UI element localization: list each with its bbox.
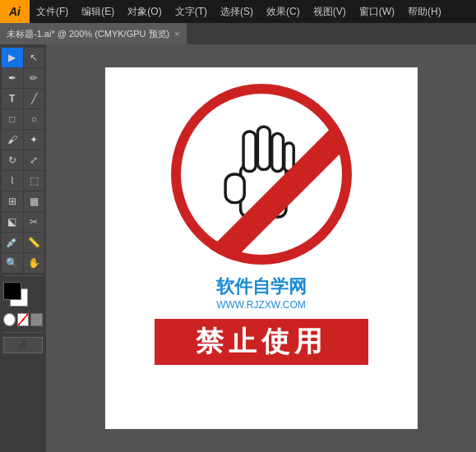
- title-bar: Ai 文件(F) 编辑(E) 对象(O) 文字(T) 选择(S) 效果(C) 视…: [0, 0, 476, 23]
- line-tool[interactable]: ╱: [24, 89, 45, 108]
- tool-row-1: ▶ ↖: [2, 48, 44, 67]
- menu-window[interactable]: 窗口(W): [353, 2, 401, 22]
- type-tool[interactable]: T: [2, 89, 23, 108]
- brush-tool[interactable]: 🖌: [2, 130, 23, 150]
- measure-tool[interactable]: 📏: [24, 233, 45, 252]
- warp-tool[interactable]: ⌇: [2, 171, 23, 191]
- tool-row-2: ✒ ✏: [2, 68, 44, 88]
- menu-object[interactable]: 对象(O): [121, 2, 168, 22]
- tool-row-5: 🖌 ✦: [2, 130, 44, 150]
- pen-tool[interactable]: ✒: [2, 68, 23, 88]
- none-color[interactable]: [3, 313, 16, 326]
- direct-select-tool[interactable]: ↖: [24, 48, 45, 67]
- tool-row-10: 💉 📏: [2, 233, 44, 252]
- toolbar-separator-2: [3, 332, 43, 333]
- rotate-tool[interactable]: ↻: [2, 150, 23, 170]
- fill-swatch[interactable]: [3, 282, 21, 300]
- ellipse-tool[interactable]: ○: [24, 109, 45, 129]
- tool-row-4: □ ○: [2, 109, 44, 129]
- prohibition-sign: [171, 84, 352, 265]
- tool-row-7: ⌇ ⬚: [2, 171, 44, 191]
- menu-edit[interactable]: 编辑(E): [75, 2, 121, 22]
- hand-tool[interactable]: ✋: [24, 253, 45, 273]
- svg-rect-7: [186, 110, 352, 265]
- menu-type[interactable]: 文字(T): [169, 2, 214, 22]
- watermark-area: 软件自学网 WWW.RJZXW.COM: [216, 274, 307, 311]
- banner: 禁止使用: [155, 319, 368, 365]
- diagonal-bar-svg: [171, 84, 352, 265]
- scale-tool[interactable]: ⤢: [24, 150, 45, 170]
- artboard-tool[interactable]: ⬕: [2, 212, 23, 232]
- tab-bar: 未标题-1.ai* @ 200% (CMYK/GPU 预览) ×: [0, 23, 476, 44]
- document-tab[interactable]: 未标题-1.ai* @ 200% (CMYK/GPU 预览) ×: [0, 23, 187, 44]
- canvas-document: 软件自学网 WWW.RJZXW.COM 禁止使用: [105, 67, 418, 429]
- free-transform-tool[interactable]: ⬚: [24, 171, 45, 191]
- ai-logo: Ai: [0, 0, 30, 23]
- zoom-tool[interactable]: 🔍: [2, 253, 23, 273]
- color-mode[interactable]: [30, 313, 43, 326]
- watermark-main-text: 软件自学网: [216, 274, 307, 299]
- main-area: ▶ ↖ ✒ ✏ T ╱ □ ○ 🖌 ✦ ↻ ⤢ ⌇ ⬚ ⊞ ▦: [0, 44, 476, 452]
- no-color[interactable]: [17, 313, 30, 326]
- screen-mode[interactable]: ⬛: [3, 337, 43, 353]
- tab-close-button[interactable]: ×: [174, 29, 179, 39]
- svg-point-6: [171, 84, 352, 265]
- tool-row-8: ⊞ ▦: [2, 191, 44, 211]
- graph-tool[interactable]: ▦: [24, 191, 45, 211]
- menu-effect[interactable]: 效果(C): [260, 2, 307, 22]
- tab-label: 未标题-1.ai* @ 200% (CMYK/GPU 预览): [7, 28, 169, 40]
- blob-tool[interactable]: ✦: [24, 130, 45, 150]
- menu-select[interactable]: 选择(S): [214, 2, 260, 22]
- view-tools: ⬛: [2, 335, 44, 355]
- slice-tool[interactable]: ✂: [24, 212, 45, 232]
- color-mode-row: [3, 313, 43, 326]
- tool-row-9: ⬕ ✂: [2, 212, 44, 232]
- canvas-area: 软件自学网 WWW.RJZXW.COM 禁止使用: [46, 44, 476, 452]
- pencil-tool[interactable]: ✏: [24, 68, 45, 88]
- left-toolbar: ▶ ↖ ✒ ✏ T ╱ □ ○ 🖌 ✦ ↻ ⤢ ⌇ ⬚ ⊞ ▦: [0, 44, 46, 452]
- tool-row-3: T ╱: [2, 89, 44, 108]
- color-swatch-area: [2, 279, 44, 330]
- menu-view[interactable]: 视图(V): [307, 2, 353, 22]
- symbol-tool[interactable]: ⊞: [2, 191, 23, 211]
- toolbar-separator: [3, 275, 43, 276]
- tool-row-6: ↻ ⤢: [2, 150, 44, 170]
- menu-help[interactable]: 帮助(H): [401, 2, 448, 22]
- fill-stroke-area: [3, 282, 43, 311]
- tool-row-11: 🔍 ✋: [2, 253, 44, 273]
- watermark-url-text: WWW.RJZXW.COM: [216, 299, 307, 311]
- menu-bar: 文件(F) 编辑(E) 对象(O) 文字(T) 选择(S) 效果(C) 视图(V…: [30, 0, 448, 23]
- menu-file[interactable]: 文件(F): [30, 2, 75, 22]
- rect-tool[interactable]: □: [2, 109, 23, 129]
- select-tool[interactable]: ▶: [2, 48, 23, 67]
- eyedropper-tool[interactable]: 💉: [2, 233, 23, 252]
- banner-text: 禁止使用: [196, 323, 327, 361]
